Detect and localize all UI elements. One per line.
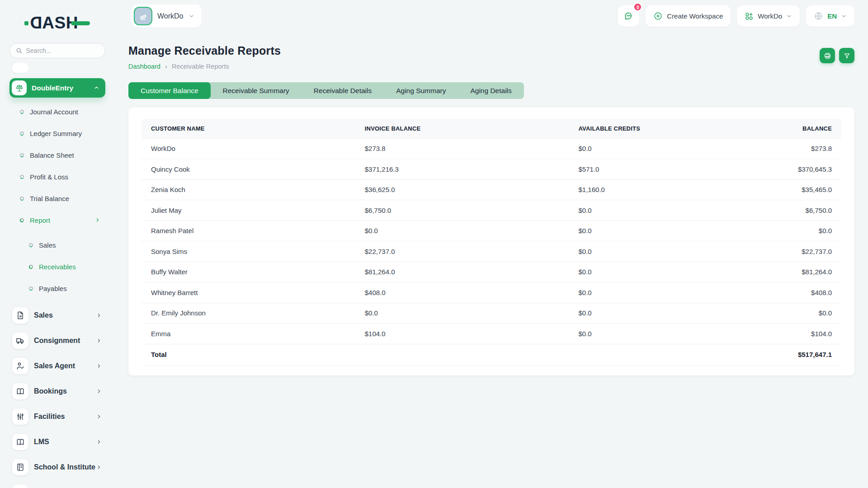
truck-icon (12, 333, 28, 349)
cell-invoice_balance: $273.8 (355, 138, 569, 159)
tab-receivable-summary[interactable]: Receivable Summary (211, 82, 302, 99)
sidebar-subitem-balance-sheet[interactable]: Balance Sheet (0, 144, 114, 166)
topbar: WorkDo 0 Create Workspace (128, 5, 854, 28)
cell-balance: $81,264.0 (744, 262, 842, 282)
notification-badge: 0 (633, 3, 642, 11)
breadcrumb-current: Receivable Reports (172, 63, 229, 70)
sidebar-item-facilities[interactable]: Facilities (0, 404, 114, 429)
sidebar-subitem-trial-balance[interactable]: Trial Balance (0, 188, 114, 209)
sidebar-item-label: Facilities (34, 413, 65, 421)
sidebar-item-label: School & Institute (34, 463, 95, 471)
workspace-dropdown[interactable]: WorkDo (737, 5, 800, 27)
sidebar-item-label: Sales Agent (34, 362, 75, 370)
messages-button[interactable]: 0 (618, 5, 639, 27)
table-row: Dr. Emily Johnson$0.0$0.0$0.0 (141, 303, 842, 324)
column-header-balance: BALANCE (744, 119, 842, 138)
sidebar-item-sales-agent[interactable]: Sales Agent (0, 353, 114, 379)
cell-balance: $0.0 (744, 221, 842, 241)
cell-customer: Quincy Cook (141, 159, 355, 180)
cell-invoice_balance: $81,264.0 (355, 262, 569, 282)
report-tabs: Customer BalanceReceivable SummaryReceiv… (128, 82, 524, 99)
sidebar-item-music-institute[interactable]: Music Institute (0, 480, 114, 488)
cell-available_credits: $0.0 (569, 324, 744, 344)
customer-balance-table: CUSTOMER NAMEINVOICE BALANCEAVAILABLE CR… (141, 119, 842, 366)
tab-receivable-details[interactable]: Receivable Details (302, 82, 384, 99)
cell-balance: $273.8 (744, 138, 842, 159)
sidebar-subitem-ledger-summary[interactable]: Ledger Summary (0, 122, 114, 144)
table-row: Juliet May$6,750.0$0.0$6,750.0 (141, 200, 842, 221)
scales-icon (12, 80, 27, 95)
table-row: Zenia Koch$36,625.0$1,160.0$35,465.0 (141, 179, 842, 200)
search-icon (15, 47, 23, 54)
main-content: WorkDo 0 Create Workspace (114, 0, 868, 488)
column-header-available-credits: AVAILABLE CREDITS (569, 119, 744, 138)
logo-dash-icon (71, 21, 90, 25)
cell-invoice_balance: $0.0 (355, 303, 569, 324)
breadcrumb-dashboard-link[interactable]: Dashboard (128, 63, 160, 70)
cell-invoice_balance: $22,737.0 (355, 241, 569, 262)
printer-icon (824, 52, 831, 60)
sidebar-group-doubleentry[interactable]: DoubleEntry (9, 78, 105, 98)
sidebar-subitem-receivables[interactable]: Receivables (0, 256, 114, 277)
sidebar-subitem-payables[interactable]: Payables (0, 277, 114, 299)
chevron-right-icon (96, 313, 102, 318)
page-actions (820, 48, 854, 63)
table-row: Sonya Sims$22,737.0$0.0$22,737.0 (141, 241, 842, 262)
column-header-customer-name: CUSTOMER NAME (141, 119, 355, 138)
sidebar-item-label: LMS (34, 438, 49, 446)
cell-available_credits: $571.0 (569, 159, 744, 180)
print-button[interactable] (820, 48, 835, 63)
sidebar-item-sales[interactable]: Sales (0, 303, 114, 328)
language-selector[interactable]: EN (806, 5, 854, 27)
chevron-right-icon (96, 389, 102, 394)
book-icon (12, 434, 28, 450)
total-label: Total (141, 344, 355, 365)
bullet-icon (20, 131, 24, 136)
cell-available_credits: $0.0 (569, 303, 744, 324)
table-total-row: Total $517,647.1 (141, 344, 842, 365)
tab-customer-balance[interactable]: Customer Balance (128, 82, 211, 99)
partial-menu-icon (12, 63, 28, 73)
chat-icon (623, 11, 634, 21)
book-icon (12, 383, 28, 399)
sidebar-item-consignment[interactable]: Consignment (0, 328, 114, 353)
bullet-icon (20, 153, 24, 157)
search-input[interactable] (26, 47, 90, 54)
school-icon (12, 459, 28, 475)
cell-balance: $22,737.0 (744, 241, 842, 262)
page-header: Manage Receivable Reports Dashboard › Re… (128, 44, 854, 70)
music-icon (12, 484, 28, 488)
sidebar-item-bookings[interactable]: Bookings (0, 379, 114, 404)
bullet-icon (20, 197, 24, 201)
sidebar-subitem-profit-loss[interactable]: Profit & Loss (0, 166, 114, 188)
sidebar-group-label: DoubleEntry (32, 84, 94, 92)
page-title: Manage Receivable Reports (128, 44, 854, 57)
cell-balance: $370,645.3 (744, 159, 842, 180)
cell-invoice_balance: $6,750.0 (355, 200, 569, 221)
sidebar-subitem-label: Report (30, 216, 50, 224)
workspace-selector[interactable]: WorkDo (132, 5, 202, 28)
cell-invoice_balance: $36,625.0 (355, 179, 569, 200)
cell-customer: Ramesh Patel (141, 221, 355, 241)
doubleentry-submenu: Journal AccountLedger SummaryBalance She… (0, 101, 114, 209)
tab-aging-summary[interactable]: Aging Summary (384, 82, 458, 99)
topbar-actions: 0 Create Workspace WorkDo (618, 5, 854, 27)
sidebar-subitem-report[interactable]: Report (0, 209, 114, 231)
sidebar-subitem-journal-account[interactable]: Journal Account (0, 101, 114, 122)
sidebar-item-label: Sales (34, 311, 53, 319)
sidebar-subitem-sales[interactable]: Sales (0, 234, 114, 256)
plus-circle-icon (653, 11, 663, 21)
create-workspace-label: Create Workspace (667, 12, 723, 20)
bullet-icon (29, 286, 33, 291)
sidebar-subitem-label: Balance Sheet (30, 151, 74, 159)
cell-customer: Zenia Koch (141, 179, 355, 200)
sidebar-search (9, 43, 105, 58)
create-workspace-button[interactable]: Create Workspace (646, 5, 731, 27)
sidebar-item-school-institute[interactable]: School & Institute (0, 455, 114, 480)
app-logo[interactable]: DASH (0, 14, 114, 33)
sidebar-item-lms[interactable]: LMS (0, 429, 114, 455)
filter-button[interactable] (839, 48, 854, 63)
tab-aging-details[interactable]: Aging Details (458, 82, 524, 99)
chevron-down-icon (841, 13, 847, 19)
cell-customer: Sonya Sims (141, 241, 355, 262)
